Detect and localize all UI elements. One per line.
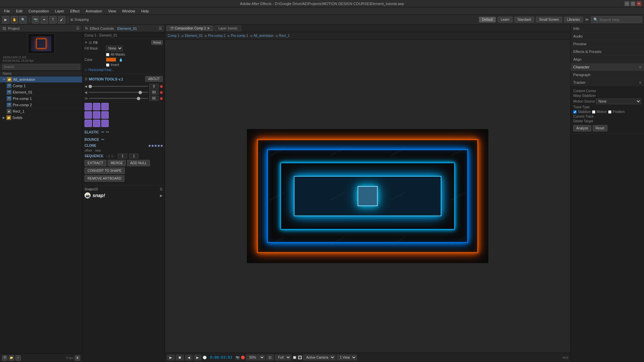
new-comp-button[interactable]: 🎬 [2,355,7,361]
slider-val-1[interactable] [149,84,159,89]
all-masks-checkbox[interactable] [106,53,109,56]
all-masks-check[interactable]: All Masks [106,53,125,56]
pen-tool[interactable]: ✒ [41,16,48,23]
fit-button[interactable]: ⊡ [266,355,274,360]
menu-edit[interactable]: Edit [13,8,25,14]
effect-controls-menu[interactable]: ☰ [159,26,162,31]
snap-menu-icon[interactable]: ☰ [160,187,163,191]
workspace-default[interactable]: Default [479,17,496,22]
motion-source-select[interactable]: None [596,99,641,104]
project-menu-icon[interactable]: ☰ [76,26,79,31]
menu-composition[interactable]: Composition [26,8,52,14]
invert-checkbox[interactable] [106,63,109,67]
viewport-canvas[interactable]: www.rrcg.cn www.rrcg.cn www.rrcg.cn www.… [165,40,570,353]
menu-layer[interactable]: Layer [52,8,67,14]
workspace-standard[interactable]: Standard [515,17,534,22]
hand-tool[interactable]: ✋ [11,16,18,23]
minimize-button[interactable]: ─ [625,1,629,6]
motion-tools-menu[interactable]: ☰ [85,77,88,81]
motion-checkbox[interactable] [592,110,595,114]
merge-button[interactable]: MERGE [108,160,126,166]
brush-tool[interactable]: 🖌 [58,16,65,23]
breadcrumb-all-animtaion[interactable]: All_animtaion [254,34,274,38]
menu-animation[interactable]: Animation [83,8,105,14]
comp-tab-close[interactable]: ✕ [207,26,210,30]
stabilize-checkbox[interactable] [573,110,577,114]
workspace-libraries[interactable]: Libraries [564,17,583,22]
project-item-rect1[interactable]: ■ Rect_1 [0,108,82,115]
breadcrumb-comp1[interactable]: Comp 1 [168,34,179,38]
menu-effect[interactable]: Effect [67,8,82,14]
close-button[interactable]: ✕ [637,1,641,6]
slider-prev-2[interactable]: ◀ [85,90,87,94]
text-tool[interactable]: T [49,16,57,23]
project-item-all-animtaion[interactable]: ▼ 📁 All_animtaion [0,76,82,83]
zoom-select[interactable]: 50% 100% [246,355,265,360]
select-tool[interactable]: ▶ [2,16,9,23]
project-item-solids[interactable]: ▶ 📁 Solids [0,115,82,121]
extract-button[interactable]: EXTRACT [85,160,106,166]
add-null-button[interactable]: ADD NULL [127,160,150,166]
grid-cell-1[interactable] [85,103,92,110]
grid-cell-4[interactable] [85,111,92,119]
grid-cell-3[interactable] [101,103,109,110]
remove-artboard-button[interactable]: REMOVE ARTBOARD [85,175,124,182]
play-button[interactable]: ▶ [167,355,174,360]
tracker-header[interactable]: Tracker ≡ [571,79,644,86]
grid-cell-8[interactable] [93,120,100,127]
slider-prev-3[interactable]: ≫ [85,97,88,100]
breadcrumb-precomp2[interactable]: Pre-comp 2 [208,34,225,38]
seq-left-icon[interactable]: ←| [105,154,110,158]
menu-file[interactable]: File [1,8,13,14]
menu-help[interactable]: Help [139,8,152,14]
project-item-precomp1[interactable]: 🎬 Pre-comp 1 [0,96,82,102]
fill-mask-select[interactable]: None [106,46,123,51]
slider-prev-1[interactable]: ◀ [85,84,87,88]
convert-to-shape-button[interactable]: CONVERT TO SHAPE [85,168,125,174]
grid-cell-6[interactable] [101,111,109,119]
about-button[interactable]: ABOUT [145,76,163,82]
menu-window[interactable]: Window [119,8,138,14]
breadcrumb-element01[interactable]: Element_01 [185,34,203,38]
workspace-small-screen[interactable]: Small Screen [536,17,562,22]
project-item-comp1[interactable]: 🎬 Comp 1 [0,83,82,89]
character-header[interactable]: Character ≡ [571,63,644,71]
reset-button[interactable]: Reset [593,125,607,131]
info-header[interactable]: Info [571,25,644,32]
quality-select[interactable]: Full Half [275,355,291,360]
menu-view[interactable]: View [105,8,119,14]
paragraph-header[interactable]: Paragraph [571,71,644,78]
project-search-input[interactable] [2,64,80,70]
audio-header[interactable]: Audio [571,33,644,40]
color-swatch[interactable] [106,58,116,62]
camera-tool[interactable]: 📷 [32,16,39,23]
breadcrumb-precomp1[interactable]: Pre-comp 1 [231,34,248,38]
invert-check[interactable]: Invert [106,63,119,67]
grid-cell-5[interactable] [93,111,100,119]
zoom-tool[interactable]: 🔍 [19,16,27,23]
grid-cell-7[interactable] [85,120,92,127]
slider-val-3[interactable] [149,96,159,101]
position-checkbox[interactable] [608,110,611,114]
effects-presets-header[interactable]: Effects & Presets [571,48,644,55]
preview-header[interactable]: Preview [571,40,644,48]
analyze-button[interactable]: Analyze [573,125,591,131]
snap-action-icon[interactable]: ▶ [160,194,163,197]
next-frame-button[interactable]: ▶ [194,355,201,360]
delete-button[interactable]: 🗑 [75,355,80,361]
align-header[interactable]: Align [571,56,644,63]
new-folder-button[interactable]: 📁 [9,355,14,361]
tab-layer[interactable]: Layer (none) [215,25,241,31]
project-item-precomp2[interactable]: 🎬 Pre-comp 2 [0,102,82,108]
seq-right-icon[interactable]: |→ [112,154,116,158]
project-item-element01[interactable]: 🎬 Element_01 [0,89,82,96]
maximize-button[interactable]: □ [631,1,635,6]
search-input[interactable] [599,18,640,22]
prev-frame-button[interactable]: ◀ [185,355,193,360]
breadcrumb-rect1[interactable]: Rect_1 [279,34,290,38]
seq-val1-input[interactable] [118,154,127,159]
stop-button[interactable]: ⏹ [176,355,184,360]
slider-2[interactable] [89,92,148,93]
new-item-button[interactable]: + [15,355,21,361]
view-select[interactable]: 1 View [337,355,357,360]
